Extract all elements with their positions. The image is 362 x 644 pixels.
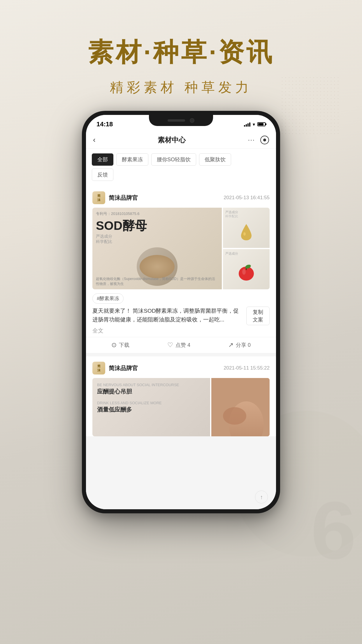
apple-icon xyxy=(237,262,256,282)
share-icon: ↗ xyxy=(228,341,233,349)
like-icon: ♡ xyxy=(167,341,173,349)
card-1-img-right: 严选成分 科学配比 xyxy=(223,208,270,289)
target-icon xyxy=(263,139,266,141)
notch-camera xyxy=(190,118,194,123)
download-label: 下载 xyxy=(119,342,129,349)
status-time: 14:18 xyxy=(96,120,113,128)
sod-title: SOD酵母 xyxy=(96,218,218,234)
copy-button[interactable]: 复制 文案 xyxy=(246,307,270,325)
filter-row-1: 全部 酵素果冻 腰你SO轻脂饮 低聚肽饮 xyxy=(92,153,270,166)
card-1-date: 2021-05-13 16:41:55 xyxy=(224,195,270,201)
phone-mockup: 14:18 ▾ ‹ 素材中心 xyxy=(82,111,280,513)
signal-bar-3 xyxy=(247,123,249,127)
card-2-img-left: BE NERVOUS ABOUT SOCIAL INTERCOURSE 应酬提心… xyxy=(92,378,210,436)
svg-point-2 xyxy=(242,269,246,275)
filter-section: 全部 酵素果冻 腰你SO轻脂饮 低聚肽饮 反馈 xyxy=(86,149,276,186)
download-icon: ⊙ xyxy=(111,341,117,349)
img-right-bottom: 严选成分 xyxy=(223,249,270,289)
scroll-content[interactable]: 简沫 简沫品牌官 2021-05-13 16:41:55 专利号：2018101… xyxy=(86,186,276,509)
hero-subtitle: 精彩素材 种草发力 xyxy=(0,78,362,97)
signal-bar-1 xyxy=(244,125,245,127)
patent-no: 专利号：201810105875.6 xyxy=(96,211,218,216)
card-2-header: 简沫 简沫品牌官 2021-05-11 15:55:22 xyxy=(86,356,276,378)
battery-icon xyxy=(257,122,266,126)
apple-container xyxy=(237,262,256,284)
card-1: 简沫 简沫品牌官 2021-05-13 16:41:55 专利号：2018101… xyxy=(86,186,276,353)
full-text-link[interactable]: 全文 xyxy=(86,325,276,337)
scroll-up-icon: ↑ xyxy=(260,494,263,501)
wifi-icon: ▾ xyxy=(253,122,255,127)
author-name-2: 简沫品牌官 xyxy=(109,364,138,372)
back-button[interactable]: ‹ xyxy=(93,135,96,144)
signal-bar-4 xyxy=(249,123,250,127)
hero-title: 素材·种草·资讯 xyxy=(0,35,362,70)
card-1-image-grid: 专利号：201810105875.6 SOD酵母 严选成分 科学配比 超氧化物歧… xyxy=(92,208,270,289)
filter-row-2: 反馈 xyxy=(92,169,270,181)
card-1-copy: 夏天就要来了！ 简沫SOD酵素果冻，调整肠胃菌群平衡，促进肠胃功能健康，还能阻断… xyxy=(86,307,276,325)
phone-outer-shell: 14:18 ▾ ‹ 素材中心 xyxy=(82,111,280,513)
card-1-img-left: 专利号：201810105875.6 SOD酵母 严选成分 科学配比 超氧化物歧… xyxy=(92,208,222,289)
svg-point-0 xyxy=(243,232,246,236)
phone-screen: 14:18 ▾ ‹ 素材中心 xyxy=(86,115,276,509)
bg-number-decoration: 6 xyxy=(311,489,356,571)
img-description: 超氧化物歧化酶（Superoxide dismutase，简称SOD）是一种源于… xyxy=(96,276,218,286)
avatar-2-text: 简沫 xyxy=(97,364,101,372)
card-2: 简沫 简沫品牌官 2021-05-11 15:55:22 BE NERVOUS … xyxy=(86,356,276,436)
card2-en-line2: DRINK LESS AND SOCIALIZE MORE xyxy=(97,401,205,405)
powder-visual xyxy=(140,255,175,278)
more-options-button[interactable]: ··· xyxy=(248,136,255,144)
avatar-text: 简沫 xyxy=(97,194,101,202)
copy-btn-line1: 复制 xyxy=(253,309,263,316)
filter-tag-all[interactable]: 全部 xyxy=(92,153,113,166)
hashtag-enzyme[interactable]: #酵素果冻 xyxy=(92,293,124,304)
card-2-img-right xyxy=(211,378,270,436)
oil-drop-icon xyxy=(240,223,252,241)
filter-tag-peptide[interactable]: 低聚肽饮 xyxy=(199,153,231,166)
avatar-1: 简沫 xyxy=(92,191,105,204)
filter-tag-feedback[interactable]: 反馈 xyxy=(92,169,113,181)
card-2-date: 2021-05-11 15:55:22 xyxy=(224,365,270,371)
notch-speaker xyxy=(168,119,185,122)
card2-zh-line2: 酒量低应酬多 xyxy=(97,406,205,414)
mix-label: 科学配比 xyxy=(96,239,218,244)
card-1-author: 简沫 简沫品牌官 xyxy=(92,191,138,204)
download-action[interactable]: ⊙ 下载 xyxy=(111,341,129,349)
app-header: ‹ 素材中心 ··· xyxy=(86,131,276,149)
card-1-tag-section: #酵素果冻 xyxy=(86,289,276,307)
author-name-1: 简沫品牌官 xyxy=(109,194,138,202)
card2-en-line1: BE NERVOUS ABOUT SOCIAL INTERCOURSE xyxy=(97,383,205,387)
card-1-header: 简沫 简沫品牌官 2021-05-13 16:41:55 xyxy=(86,186,276,208)
status-icons: ▾ xyxy=(244,122,266,127)
img-right-top: 严选成分 科学配比 xyxy=(223,208,270,248)
share-action[interactable]: ↗ 分享 0 xyxy=(228,341,251,349)
like-label: 点赞 4 xyxy=(175,342,190,349)
card-2-images: BE NERVOUS ABOUT SOCIAL INTERCOURSE 应酬提心… xyxy=(92,378,270,436)
page-title: 素材中心 xyxy=(158,135,186,145)
right-top-sublabel: 科学配比 xyxy=(225,214,238,218)
filter-tag-enzyme[interactable]: 酵素果冻 xyxy=(116,153,148,166)
signal-bar-2 xyxy=(246,124,247,127)
share-label: 分享 0 xyxy=(236,342,251,349)
battery-fill xyxy=(258,123,263,125)
copy-btn-line2: 文案 xyxy=(253,316,263,323)
right-top-label: 严选成分 xyxy=(225,210,238,214)
signal-icon xyxy=(244,122,250,127)
phone-notch xyxy=(149,115,213,126)
scroll-up-button[interactable]: ↑ xyxy=(255,491,268,503)
card-1-actions: ⊙ 下载 ♡ 点赞 4 ↗ 分享 0 xyxy=(86,337,276,353)
header-actions: ··· xyxy=(248,136,269,144)
card2-zh-line1: 应酬提心吊胆 xyxy=(97,388,205,396)
right-bottom-label: 严选成分 xyxy=(225,251,238,256)
svg-point-7 xyxy=(223,407,246,425)
drop-container xyxy=(240,223,252,241)
filter-tag-waist[interactable]: 腰你SO轻脂饮 xyxy=(151,153,196,166)
copy-text-1: 夏天就要来了！ 简沫SOD酵素果冻，调整肠胃菌群平衡，促进肠胃功能健康，还能阻断… xyxy=(92,307,243,324)
person-image xyxy=(211,378,270,436)
person-silhouette-svg xyxy=(211,378,270,436)
like-action[interactable]: ♡ 点赞 4 xyxy=(167,341,190,349)
card-2-author: 简沫 简沫品牌官 xyxy=(92,362,138,374)
hero-section: 素材·种草·资讯 精彩素材 种草发力 xyxy=(0,35,362,97)
target-button[interactable] xyxy=(260,136,269,144)
avatar-2: 简沫 xyxy=(92,362,105,374)
ingredient-label: 严选成分 xyxy=(96,234,218,239)
